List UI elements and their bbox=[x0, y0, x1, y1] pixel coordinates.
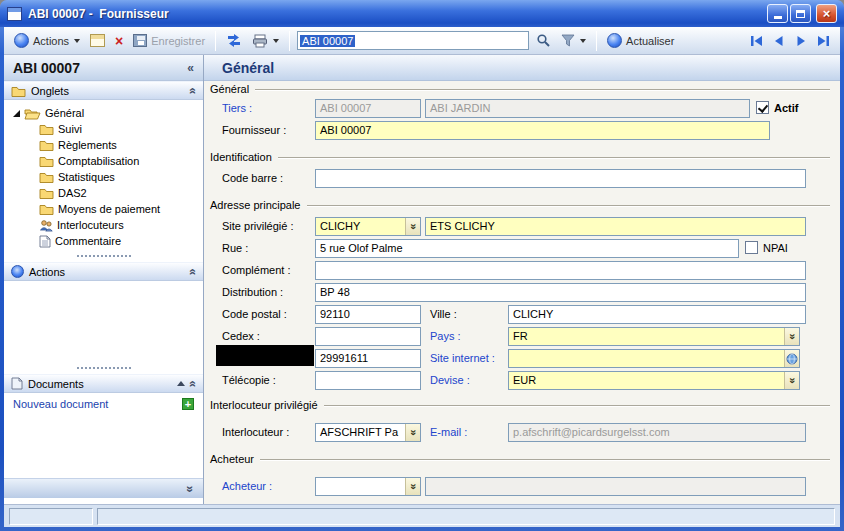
acheteur-name-field[interactable] bbox=[425, 477, 806, 496]
group-caption-interlocuteur: Interlocuteur privilégié bbox=[210, 399, 830, 411]
chevron-down-icon[interactable]: » bbox=[405, 478, 420, 495]
site-internet-field[interactable] bbox=[508, 349, 800, 368]
telecopie-label: Télécopie : bbox=[222, 374, 276, 386]
ville-value: CLICHY bbox=[513, 308, 553, 320]
chevron-down-icon[interactable]: » bbox=[405, 424, 420, 441]
record-id: ABI 00007 bbox=[13, 60, 80, 76]
complement-field[interactable] bbox=[315, 261, 806, 280]
tree-item-suivi[interactable]: Suivi bbox=[39, 121, 203, 137]
actif-checkbox[interactable] bbox=[756, 101, 769, 114]
collapse-section-icon[interactable]: » bbox=[187, 380, 199, 387]
tree-item-moyens-de-paiement[interactable]: Moyens de paiement bbox=[39, 201, 203, 217]
actions-menu-button[interactable]: Actions bbox=[11, 31, 83, 50]
add-document-button[interactable]: + bbox=[182, 398, 194, 410]
devise-select[interactable]: EUR » bbox=[508, 371, 800, 390]
site-privilegie-name-field[interactable]: ETS CLICHY bbox=[425, 217, 806, 236]
next-record-button[interactable] bbox=[793, 34, 809, 48]
sidebar-divider bbox=[77, 367, 131, 369]
app-window: ABI 00007 - Fournisseur × Actions × Enre… bbox=[0, 0, 844, 531]
collapse-section-icon[interactable]: » bbox=[187, 87, 199, 94]
tree-item-commentaire[interactable]: Commentaire bbox=[39, 233, 203, 249]
code-postal-field[interactable]: 92110 bbox=[315, 305, 421, 324]
ville-field[interactable]: CLICHY bbox=[508, 305, 806, 324]
sidebar-section-onglets[interactable]: Onglets » bbox=[4, 81, 203, 100]
tiers-label: Tiers : bbox=[222, 102, 252, 114]
code-barre-field[interactable] bbox=[315, 169, 806, 188]
tiers-code-field[interactable]: ABI 00007 bbox=[315, 99, 421, 118]
tree-item-general[interactable]: Général bbox=[13, 105, 203, 121]
minimize-button[interactable] bbox=[767, 4, 788, 23]
distribution-field[interactable]: BP 48 bbox=[315, 283, 806, 302]
last-record-button[interactable] bbox=[815, 34, 831, 48]
minimize-icon bbox=[774, 16, 782, 19]
tree-item-label: DAS2 bbox=[58, 187, 87, 199]
actions-icon bbox=[14, 33, 29, 48]
sidebar-section-actions[interactable]: Actions » bbox=[4, 262, 203, 281]
print-button[interactable] bbox=[249, 32, 282, 50]
delete-button[interactable]: × bbox=[112, 32, 126, 50]
site-privilegie-select[interactable]: CLICHY » bbox=[315, 217, 421, 236]
site-privilegie-name-value: ETS CLICHY bbox=[430, 220, 495, 232]
sidebar: ABI 00007 « Onglets » bbox=[4, 55, 204, 504]
chevron-down-icon[interactable]: » bbox=[405, 218, 420, 235]
filter-button[interactable] bbox=[558, 32, 589, 49]
scroll-up-icon[interactable] bbox=[177, 381, 185, 386]
tree-item-label: Suivi bbox=[58, 123, 82, 135]
telephone-field[interactable]: 29991611 bbox=[315, 349, 421, 368]
documents-section-label: Documents bbox=[28, 378, 84, 390]
status-bar bbox=[4, 504, 840, 527]
tree-item-interlocuteurs[interactable]: Interlocuteurs bbox=[39, 217, 203, 233]
expand-more-icon[interactable]: » bbox=[185, 485, 197, 492]
sidebar-section-documents[interactable]: Documents » bbox=[4, 374, 203, 393]
collapse-section-icon[interactable]: » bbox=[187, 268, 199, 275]
tree-item-reglements[interactable]: Règlements bbox=[39, 137, 203, 153]
sidebar-record-header: ABI 00007 « bbox=[4, 55, 203, 81]
status-cell-left bbox=[9, 508, 93, 525]
group-caption-text: Identification bbox=[210, 151, 272, 163]
rue-value: 5 rue Olof Palme bbox=[320, 242, 403, 254]
telecopie-field[interactable] bbox=[315, 371, 421, 390]
close-button[interactable]: × bbox=[816, 4, 837, 23]
restore-button[interactable] bbox=[790, 4, 811, 23]
search-icon bbox=[536, 33, 551, 48]
collapse-sidebar-button[interactable]: « bbox=[187, 62, 194, 74]
tree-item-das2[interactable]: DAS2 bbox=[39, 185, 203, 201]
npai-checkbox[interactable] bbox=[745, 241, 758, 254]
acheteur-select[interactable]: » bbox=[315, 477, 421, 496]
email-field[interactable]: p.afschrift@picardsurgelsst.com bbox=[508, 423, 806, 442]
search-input[interactable]: ABI 00007 bbox=[297, 31, 529, 50]
rue-field[interactable]: 5 rue Olof Palme bbox=[315, 239, 739, 258]
pays-select[interactable]: FR » bbox=[508, 327, 800, 346]
chevron-down-icon[interactable]: » bbox=[784, 328, 799, 345]
devise-label: Devise : bbox=[430, 374, 470, 386]
search-button[interactable] bbox=[533, 31, 554, 50]
actif-label: Actif bbox=[774, 102, 798, 114]
restore-icon bbox=[796, 10, 805, 18]
previous-record-button[interactable] bbox=[771, 34, 787, 48]
chevron-down-icon[interactable]: » bbox=[784, 372, 799, 389]
cedex-field[interactable] bbox=[315, 327, 421, 346]
window-body: ABI 00007 « Onglets » bbox=[4, 55, 840, 504]
tree-expander-icon[interactable] bbox=[13, 110, 20, 117]
tiers-name-field[interactable]: ABI JARDIN bbox=[425, 99, 750, 118]
home-button[interactable] bbox=[87, 32, 108, 49]
actions-icon bbox=[11, 265, 24, 278]
title-bar: ABI 00007 - Fournisseur × bbox=[0, 0, 844, 27]
group-caption-text: Adresse principale bbox=[210, 199, 301, 211]
new-document-link[interactable]: Nouveau document bbox=[13, 398, 108, 410]
refresh-button[interactable]: Actualiser bbox=[604, 31, 677, 50]
reload-record-button[interactable] bbox=[223, 31, 245, 50]
folder-icon bbox=[39, 171, 54, 183]
onglets-section-label: Onglets bbox=[31, 85, 69, 97]
fournisseur-field[interactable]: ABI 00007 bbox=[315, 121, 770, 140]
pays-value: FR bbox=[513, 330, 528, 342]
tree-item-comptabilisation[interactable]: Comptabilisation bbox=[39, 153, 203, 169]
filter-funnel-icon bbox=[561, 34, 575, 47]
first-record-button[interactable] bbox=[749, 34, 765, 48]
group-caption-identification: Identification bbox=[210, 151, 830, 163]
tiers-name-value: ABI JARDIN bbox=[430, 102, 491, 114]
interlocuteur-select[interactable]: AFSCHRIFT Pa » bbox=[315, 423, 421, 442]
globe-button[interactable] bbox=[784, 350, 799, 367]
tree-item-statistiques[interactable]: Statistiques bbox=[39, 169, 203, 185]
save-button[interactable]: Enregistrer bbox=[130, 32, 208, 49]
